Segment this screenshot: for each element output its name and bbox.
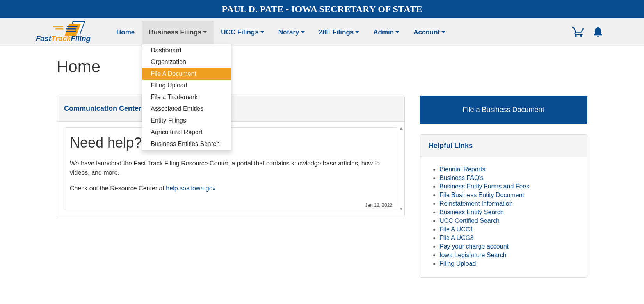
list-item: UCC Certified Search (439, 217, 579, 224)
page-container: Home Communication Center Need help? We … (57, 57, 587, 293)
svg-rect-3 (53, 26, 63, 27)
nav-business-filings-label: Business Filings (149, 28, 201, 36)
nav-items: Home Business Filings Dashboard Organiza… (109, 21, 572, 44)
caret-icon (395, 31, 399, 33)
logo[interactable]: FastTrackFiling (36, 18, 98, 46)
cart-button[interactable] (572, 25, 585, 39)
svg-rect-0 (67, 26, 77, 27)
list-item: File Business Entity Document (439, 192, 579, 199)
header-banner: PAUL D. PATE - IOWA SECRETARY OF STATE (0, 0, 644, 18)
nav-admin[interactable]: Admin (366, 21, 406, 44)
svg-rect-2 (66, 31, 76, 32)
need-help-paragraph-2: Check out the Resource Center at help.so… (70, 184, 391, 193)
dropdown-file-trademark[interactable]: File a Trademark (142, 91, 231, 103)
list-item: File A UCC1 (439, 226, 579, 233)
helpful-link[interactable]: UCC Certified Search (439, 217, 500, 224)
navbar: FastTrackFiling Home Business Filings Da… (0, 18, 644, 46)
nav-account-label: Account (413, 28, 440, 36)
list-item: Biennial Reports (439, 166, 579, 173)
dropdown-filing-upload[interactable]: Filing Upload (142, 80, 231, 91)
scroll-up-icon (400, 127, 403, 130)
list-item: Business Entity Forms and Fees (439, 183, 579, 190)
page-title: Home (57, 57, 587, 76)
nav-business-filings[interactable]: Business Filings (142, 21, 214, 44)
bell-icon (592, 25, 604, 38)
helpful-link[interactable]: File A UCC1 (439, 226, 473, 233)
svg-rect-4 (55, 28, 63, 30)
nav-28e-filings-label: 28E Filings (319, 28, 354, 36)
card-date: Jan 22, 2022 (365, 203, 392, 208)
file-business-document-button[interactable]: File a Business Document (420, 96, 587, 124)
helpful-links-panel: Helpful Links Biennial Reports Business … (420, 134, 587, 278)
helpful-link[interactable]: Filing Upload (439, 260, 476, 267)
caret-icon (260, 31, 264, 33)
nav-notary-label: Notary (278, 28, 299, 36)
helpful-links-list: Biennial Reports Business FAQ's Business… (420, 157, 587, 277)
scroll-down-icon (400, 208, 403, 210)
helpful-link[interactable]: Iowa Legislature Search (439, 252, 507, 258)
nav-ucc-filings-label: UCC Filings (221, 28, 258, 36)
caret-icon (203, 31, 207, 33)
nav-28e-filings[interactable]: 28E Filings (312, 21, 366, 44)
helpful-link[interactable]: Business Entity Forms and Fees (439, 183, 529, 190)
helpful-link[interactable]: Business FAQ's (439, 174, 483, 181)
helpful-link[interactable]: File Business Entity Document (439, 192, 524, 198)
dropdown-associated-entities[interactable]: Associated Entities (142, 103, 231, 115)
right-column: File a Business Document Helpful Links B… (420, 96, 587, 278)
list-item: Business FAQ's (439, 174, 579, 181)
cart-icon (572, 25, 585, 38)
list-item: Reinstatement Information (439, 200, 579, 207)
list-item: Pay your charge account (439, 243, 579, 250)
list-item: Filing Upload (439, 260, 579, 267)
helpful-links-title: Helpful Links (420, 135, 587, 157)
dropdown-dashboard[interactable]: Dashboard (142, 44, 231, 56)
helpful-link[interactable]: Pay your charge account (439, 243, 509, 250)
svg-rect-1 (66, 28, 76, 30)
helpful-link[interactable]: Biennial Reports (439, 166, 485, 172)
nav-admin-label: Admin (373, 28, 394, 36)
dropdown-business-entities-search[interactable]: Business Entities Search (142, 138, 231, 150)
fast-track-filing-logo-icon: FastTrackFiling (36, 21, 98, 43)
caret-icon (441, 31, 445, 33)
dropdown-agricultural-report[interactable]: Agricultural Report (142, 126, 231, 138)
need-help-paragraph-1: We have launched the Fast Track Filing R… (70, 159, 391, 178)
scrollbar[interactable] (400, 127, 403, 210)
notifications-button[interactable] (592, 25, 604, 39)
resource-center-link[interactable]: help.sos.iowa.gov (166, 185, 215, 192)
business-filings-dropdown: Dashboard Organization File A Document F… (142, 44, 231, 150)
list-item: Business Entity Search (439, 209, 579, 216)
page-row: Communication Center Need help? We have … (57, 96, 587, 278)
list-item: Iowa Legislature Search (439, 252, 579, 259)
nav-notary[interactable]: Notary (271, 21, 312, 44)
caret-icon (355, 31, 359, 33)
nav-account[interactable]: Account (406, 21, 452, 44)
helpful-link[interactable]: Business Entity Search (439, 209, 504, 215)
helpful-link[interactable]: Reinstatement Information (439, 200, 513, 207)
need-help-p2-prefix: Check out the Resource Center at (70, 185, 166, 192)
helpful-link[interactable]: File A UCC3 (439, 235, 473, 241)
list-item: File A UCC3 (439, 235, 579, 242)
dropdown-entity-filings[interactable]: Entity Filings (142, 115, 231, 126)
svg-text:FastTrackFiling: FastTrackFiling (36, 34, 91, 43)
dropdown-file-a-document[interactable]: File A Document (142, 68, 231, 80)
nav-ucc-filings[interactable]: UCC Filings (214, 21, 271, 44)
caret-icon (301, 31, 305, 33)
dropdown-organization[interactable]: Organization (142, 56, 231, 68)
nav-right (572, 25, 608, 39)
nav-home[interactable]: Home (109, 21, 142, 44)
